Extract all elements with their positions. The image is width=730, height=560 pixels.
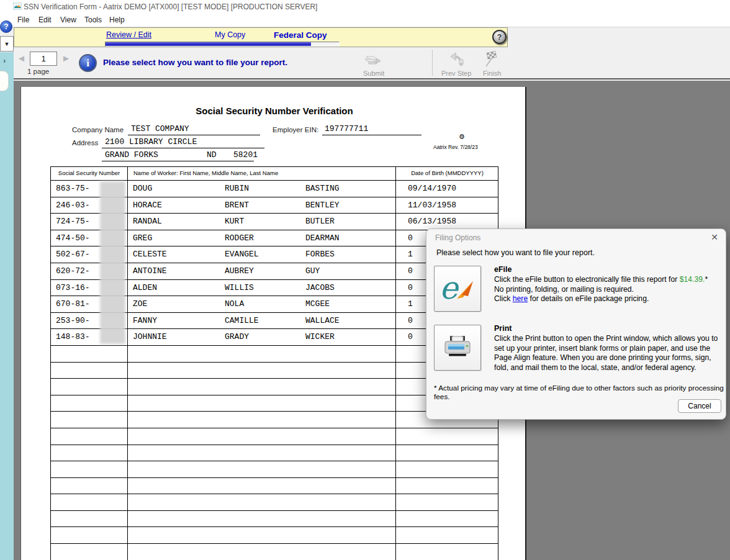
last-cell[interactable]: DEARMAN [305,233,340,243]
address-label: Address [72,139,98,147]
first-cell[interactable]: JOHNNIE [133,332,167,341]
ssn-cell[interactable]: 246-03- [56,201,90,210]
zoom-dropdown-button[interactable]: ▼ [0,36,14,52]
ssn-cell[interactable]: 253-90- [56,316,90,325]
last-cell[interactable]: GUY [305,266,320,276]
last-cell[interactable]: FORBES [305,250,335,259]
ssn-cell[interactable]: 724-75- [56,217,90,226]
ssn-cell[interactable]: 073-16- [56,283,90,292]
last-cell[interactable]: WICKER [305,332,335,341]
last-cell[interactable]: BASTING [305,184,340,193]
submit-label[interactable]: Submit [363,70,384,77]
company-name-value[interactable]: TEST COMPANY [131,124,189,133]
tab-federal-copy[interactable]: Federal Copy [274,30,327,40]
dob-cell[interactable]: 0 [408,332,413,341]
middle-cell[interactable]: AUBREY [225,266,254,276]
dob-cell[interactable]: 0 [408,233,413,243]
ssn-cell[interactable]: 670-81- [56,299,90,309]
ssn-cell[interactable]: 863-75- [56,184,90,193]
dob-cell[interactable]: 0 [408,266,413,276]
submit-icon[interactable] [363,51,382,68]
rail-flyout-tab[interactable] [0,71,9,91]
address-value[interactable]: 2100 LIBRARY CIRCLE [105,137,197,147]
first-cell[interactable]: ANTOINE [133,266,167,276]
first-cell[interactable]: CELESTE [133,250,167,259]
first-cell[interactable]: FANNY [133,316,157,325]
middle-cell[interactable]: NOLA [225,299,244,309]
table-header-row: Social Security Number Name of Worker: F… [51,167,498,181]
prev-step-label[interactable]: Prev Step [441,70,471,77]
middle-cell[interactable]: RUBIN [225,184,249,193]
efile-pricing-link[interactable]: here [513,294,528,303]
ssn-redaction-blur [100,181,125,344]
prev-page-arrow-icon[interactable]: ◄ [17,53,26,63]
prev-step-icon[interactable] [448,51,467,68]
middle-cell[interactable]: BRENT [225,201,249,210]
middle-cell[interactable]: GRADY [225,332,249,341]
middle-cell[interactable]: KURT [225,217,244,226]
middle-cell[interactable]: WILLIS [225,283,254,292]
efile-line1-star: * [705,275,708,284]
last-cell[interactable]: BENTLEY [305,201,340,210]
first-cell[interactable]: ZOE [133,299,147,309]
help-badge-button[interactable]: ? [492,30,507,44]
next-page-arrow-icon[interactable]: ► [61,53,71,63]
finish-label[interactable]: Finish [483,70,501,77]
table-row [51,445,498,462]
zip-value[interactable]: 58201 [233,150,258,160]
first-cell[interactable]: RANDAL [133,217,162,226]
ssn-cell[interactable]: 620-72- [56,266,90,276]
header-dob: Date of Birth (MMDDYYYY) [395,169,499,176]
first-cell[interactable]: GREG [133,233,152,243]
page-number-input[interactable] [30,52,57,66]
cancel-button[interactable]: Cancel [678,399,721,413]
gear-icon: ⚙ [459,133,465,141]
expand-chevron-icon[interactable]: › [3,56,6,65]
dob-cell[interactable]: 1 [408,299,413,309]
finish-flag-icon[interactable] [482,50,500,69]
toolbar-separator [432,50,433,76]
menu-file[interactable]: File [17,16,29,24]
dob-cell[interactable]: 06/13/1958 [408,217,456,226]
employer-ein-value[interactable]: 197777711 [325,124,368,133]
middle-cell[interactable]: RODGER [225,233,254,243]
efile-line3-post: for details on eFile package pricing. [528,294,649,303]
dob-cell[interactable]: 09/14/1970 [408,184,456,193]
window-title: SSN Verification Form - Aatrix DEMO [ATX… [24,2,317,11]
first-cell[interactable]: ALDEN [133,283,157,292]
header-ssn: Social Security Number [51,169,127,176]
state-value[interactable]: ND [207,150,217,160]
tab-review-edit[interactable]: Review / Edit [106,30,151,39]
help-icon[interactable]: ? [0,20,12,33]
middle-cell[interactable]: EVANGEL [225,250,259,259]
ssn-cell[interactable]: 502-67- [56,250,90,259]
first-cell[interactable]: DOUG [133,184,152,193]
menu-tools[interactable]: Tools [84,16,102,24]
aatrix-rev-label: Aatrix Rev. 7/28/23 [433,144,478,150]
close-icon[interactable]: ✕ [711,232,718,242]
last-cell[interactable]: JACOBS [305,283,335,292]
column-divider [127,167,128,560]
field-underline [102,161,254,161]
city-value[interactable]: GRAND FORKS [105,150,158,160]
middle-cell[interactable]: CAMILLE [225,316,259,325]
tab-my-copy[interactable]: My Copy [215,30,245,39]
print-button[interactable] [434,325,481,371]
first-cell[interactable]: HORACE [133,201,162,210]
svg-text:e: e [439,271,459,306]
last-cell[interactable]: MCGEE [305,299,330,309]
dob-cell[interactable]: 1 [408,250,413,259]
step-band: Review / Edit My Copy Federal Copy ? [14,27,508,47]
dob-cell[interactable]: 0 [408,283,413,292]
dob-cell[interactable]: 0 [408,316,413,325]
menu-help[interactable]: Help [109,16,125,24]
efile-button[interactable]: e [434,266,481,312]
last-cell[interactable]: WALLACE [305,316,340,325]
ssn-cell[interactable]: 474-50- [56,233,90,243]
menu-edit[interactable]: Edit [38,16,52,24]
menu-view[interactable]: View [60,16,76,24]
last-cell[interactable]: BUTLER [305,217,335,226]
dob-cell[interactable]: 11/03/1958 [408,201,456,210]
pricing-footnote: * Actual pricing may vary at time of eFi… [434,384,726,401]
ssn-cell[interactable]: 148-83- [56,332,90,341]
